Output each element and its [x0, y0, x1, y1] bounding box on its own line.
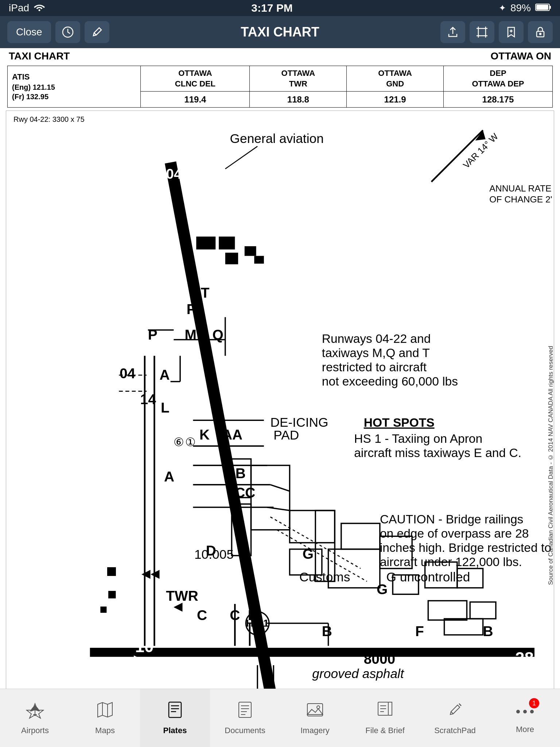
twr-freq: 118.8: [250, 92, 347, 108]
filebrief-label: File & Brief: [365, 726, 405, 735]
history-button[interactable]: [55, 21, 80, 43]
svg-text:General aviation: General aviation: [230, 132, 324, 146]
svg-text:ANNUAL RATE: ANNUAL RATE: [489, 183, 551, 193]
nav-imagery[interactable]: Imagery: [280, 689, 350, 747]
close-button[interactable]: Close: [7, 21, 51, 43]
atis-label: ATIS: [12, 72, 137, 82]
clnc-del-freq: 119.4: [141, 92, 250, 108]
svg-text:▶: ▶: [134, 652, 148, 671]
nav-filebrief[interactable]: File & Brief: [350, 689, 420, 747]
svg-text:G: G: [303, 546, 314, 562]
chart-title-left: TAXI CHART: [9, 50, 70, 62]
maps-icon: [96, 701, 114, 723]
nav-more[interactable]: 1 More: [490, 689, 560, 747]
scratchpad-label: ScratchPad: [434, 726, 476, 735]
svg-text:HS 1 - Taxiing on Apron: HS 1 - Taxiing on Apron: [354, 432, 482, 445]
dep-freq: 128.175: [443, 92, 552, 108]
svg-text:Runways 04-22 and: Runways 04-22 and: [322, 332, 431, 346]
bookmark-add-button[interactable]: [499, 21, 524, 43]
nav-documents[interactable]: Documents: [210, 689, 280, 747]
taxi-chart-container: Rwy 04-22: 3300 x 75 Source of Canadian …: [6, 111, 554, 689]
chart-scroll[interactable]: TAXI CHART OTTAWA ON ATIS (Eng) 121.15 (…: [0, 48, 560, 689]
chart-title-right: OTTAWA ON: [491, 50, 551, 62]
nav-plates[interactable]: Plates: [140, 689, 210, 747]
more-label: More: [516, 725, 534, 734]
svg-text:AA: AA: [222, 427, 242, 443]
atis-cell: ATIS (Eng) 121.15 (Fr) 132.95: [8, 66, 141, 108]
dep-label: DEPOTTAWA DEP: [443, 66, 552, 92]
maps-label: Maps: [95, 726, 115, 735]
svg-rect-115: [444, 619, 483, 635]
svg-text:8000: 8000: [364, 651, 395, 667]
scratchpad-icon: [446, 701, 464, 723]
share-button[interactable]: [440, 21, 465, 43]
svg-rect-105: [290, 511, 335, 543]
svg-rect-109: [341, 523, 380, 549]
svg-text:CAUTION - Bridge railings: CAUTION - Bridge railings: [380, 512, 524, 526]
svg-text:B: B: [483, 624, 493, 639]
page-title: TAXI CHART: [241, 24, 319, 40]
lock-button[interactable]: [528, 21, 553, 43]
svg-rect-117: [196, 237, 215, 249]
svg-marker-169: [307, 709, 323, 715]
svg-text:aircraft miss taxiways E and C: aircraft miss taxiways E and C.: [354, 446, 521, 460]
nav-left-buttons: Close: [7, 21, 109, 43]
svg-text:■: ■: [106, 561, 117, 581]
annotate-button[interactable]: [85, 21, 109, 43]
plates-icon: [166, 701, 184, 723]
svg-text:not exceeding 60,000 lbs: not exceeding 60,000 lbs: [322, 375, 458, 388]
svg-text:taxiways M,Q and T: taxiways M,Q and T: [322, 346, 430, 360]
gnd-freq: 121.9: [347, 92, 444, 108]
svg-text:04: 04: [166, 166, 182, 182]
svg-text:HOT SPOTS: HOT SPOTS: [364, 416, 435, 429]
svg-text:28: 28: [515, 649, 534, 667]
status-right: ✦ 89%: [499, 2, 551, 14]
svg-line-20: [225, 147, 257, 169]
svg-point-177: [523, 710, 527, 713]
svg-rect-3: [536, 5, 548, 10]
svg-text:BB: BB: [225, 466, 246, 481]
svg-text:L: L: [161, 400, 170, 415]
battery-icon: [535, 2, 551, 14]
svg-rect-121: [254, 256, 264, 264]
svg-text:A: A: [160, 367, 170, 383]
crop-button[interactable]: [470, 21, 494, 43]
nav-right-buttons: [440, 21, 553, 43]
frequency-table: ATIS (Eng) 121.15 (Fr) 132.95 OTTAWACLNC…: [7, 66, 553, 108]
svg-text:on edge of overpass are 28: on edge of overpass are 28: [380, 527, 529, 540]
runway-info: Rwy 04-22: 3300 x 75: [13, 115, 85, 124]
chart-title-top: TAXI CHART OTTAWA ON: [0, 48, 560, 63]
svg-text:F: F: [415, 624, 424, 639]
svg-rect-6: [478, 28, 486, 36]
svg-point-176: [516, 710, 520, 713]
svg-text:A: A: [164, 469, 174, 484]
bluetooth-icon: ✦: [499, 3, 506, 13]
svg-rect-168: [307, 704, 323, 716]
svg-rect-163: [239, 702, 251, 717]
svg-text:04: 04: [120, 366, 136, 382]
svg-rect-116: [470, 602, 496, 619]
svg-marker-156: [98, 703, 112, 717]
svg-text:■: ■: [107, 586, 117, 603]
nav-airports[interactable]: Airports: [0, 689, 70, 747]
more-icon: 1: [515, 702, 535, 722]
svg-rect-102: [251, 465, 289, 530]
svg-text:restricted to aircraft: restricted to aircraft: [322, 360, 427, 374]
svg-text:T: T: [201, 285, 210, 301]
nav-scratchpad[interactable]: ScratchPad: [420, 689, 490, 747]
svg-text:K: K: [199, 427, 210, 443]
svg-rect-159: [169, 702, 181, 717]
atis-eng: (Eng) 121.15: [12, 82, 137, 92]
svg-text:OF CHANGE 2' E: OF CHANGE 2' E: [489, 194, 554, 204]
documents-label: Documents: [225, 726, 265, 735]
svg-rect-119: [225, 253, 238, 264]
wifi-icon: [34, 2, 45, 14]
gnd-label: OTTAWAGND: [347, 66, 444, 92]
svg-rect-120: [245, 246, 256, 256]
atis-fr: (Fr) 132.95: [12, 92, 137, 101]
status-left: iPad: [9, 2, 45, 14]
copyright-text: Source of Canadian Civil Aeronautical Da…: [547, 346, 555, 585]
svg-text:PAD: PAD: [273, 428, 299, 442]
nav-maps[interactable]: Maps: [70, 689, 140, 747]
svg-point-18: [540, 33, 541, 35]
